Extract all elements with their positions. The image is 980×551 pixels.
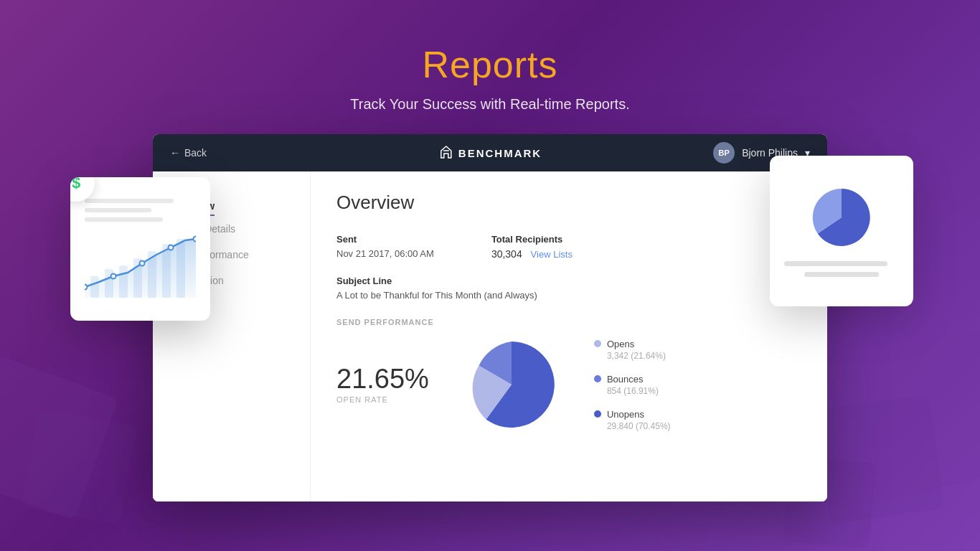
- subject-value: A Lot to be Thankful for This Month (and…: [336, 290, 801, 301]
- svg-rect-6: [90, 276, 99, 298]
- open-rate-block: 21.65% OPEN RATE: [336, 365, 429, 404]
- app-window: ← Back BENCHMARK BP Bjorn Philips ▾: [153, 134, 827, 501]
- benchmark-logo: BENCHMARK: [438, 145, 542, 161]
- back-label: Back: [184, 147, 207, 159]
- total-recipients-value: 30,304 View Lists: [491, 248, 573, 260]
- opens-label: Opens: [607, 339, 634, 349]
- page-title: Reports: [0, 43, 980, 86]
- chart-legend: Opens 3,342 (21.64%) Bounces 854 (16.91%…: [594, 339, 671, 431]
- app-nav-bar: ← Back BENCHMARK BP Bjorn Philips ▾: [153, 134, 827, 171]
- unopens-label: Unopens: [607, 409, 644, 420]
- dollar-badge-icon: $: [70, 177, 95, 202]
- legend-item-opens: Opens 3,342 (21.64%): [594, 339, 671, 361]
- left-floating-card: $: [70, 177, 210, 321]
- bounces-dot: [594, 375, 601, 382]
- performance-content: 21.65% OPEN RATE: [336, 338, 801, 431]
- legend-item-unopens: Unopens 29,840 (70.45%): [594, 409, 671, 431]
- bounces-value: 854 (16.91%): [594, 386, 671, 396]
- user-avatar: BP: [713, 142, 735, 164]
- right-card-line-1: [784, 261, 887, 266]
- overview-title: Overview: [336, 192, 801, 214]
- right-card-lines: [784, 261, 899, 277]
- left-card-line-2: [85, 208, 151, 212]
- left-card-line-1: [85, 199, 174, 203]
- screenshot-wrapper: $: [153, 134, 827, 501]
- app-main-content: Overview Sent Nov 21 2017, 06:00 AM Tota…: [311, 171, 827, 501]
- send-performance-section: SEND PERFORMANCE 21.65% OPEN RATE: [336, 318, 801, 431]
- subject-label: Subject Line: [336, 276, 801, 286]
- logo-text: BENCHMARK: [458, 147, 542, 159]
- svg-rect-9: [133, 258, 142, 298]
- page-header: Reports Track Your Success with Real-tim…: [0, 0, 980, 113]
- svg-point-1: [85, 285, 88, 290]
- open-rate-number: 21.65%: [336, 365, 429, 392]
- send-performance-chart: [465, 338, 558, 431]
- right-floating-card: [770, 156, 913, 306]
- right-card-pie-chart: [809, 185, 874, 250]
- subject-section: Subject Line A Lot to be Thankful for Th…: [336, 276, 801, 301]
- sent-label: Sent: [336, 234, 434, 245]
- open-rate-label: OPEN RATE: [336, 395, 429, 404]
- left-card-lines: [85, 199, 196, 222]
- svg-rect-11: [162, 244, 171, 298]
- view-lists-link[interactable]: View Lists: [531, 249, 573, 260]
- bounces-label: Bounces: [607, 374, 644, 385]
- svg-rect-10: [148, 251, 156, 298]
- svg-rect-8: [119, 265, 128, 298]
- send-performance-label: SEND PERFORMANCE: [336, 318, 801, 326]
- back-arrow-icon: ←: [170, 147, 180, 159]
- sent-date: Nov 21 2017, 06:00 AM: [336, 248, 434, 259]
- app-nav-logo: BENCHMARK: [438, 145, 542, 161]
- legend-item-bounces: Bounces 854 (16.91%): [594, 374, 671, 396]
- page-subtitle: Track Your Success with Real-time Report…: [0, 96, 980, 113]
- total-recipients-block: Total Recipients 30,304 View Lists: [491, 234, 573, 260]
- sent-block: Sent Nov 21 2017, 06:00 AM: [336, 234, 434, 260]
- opens-dot: [594, 340, 601, 347]
- svg-rect-12: [176, 239, 185, 298]
- opens-value: 3,342 (21.64%): [594, 351, 671, 361]
- total-recipients-label: Total Recipients: [491, 234, 573, 245]
- unopens-value: 29,840 (70.45%): [594, 421, 671, 431]
- unopens-dot: [594, 410, 601, 418]
- benchmark-logo-icon: [438, 145, 454, 161]
- svg-rect-7: [105, 269, 113, 298]
- info-row-sent: Sent Nov 21 2017, 06:00 AM Total Recipie…: [336, 234, 801, 260]
- app-content: Overview Activity Details Link Performan…: [153, 171, 827, 501]
- left-card-chart: [85, 233, 196, 298]
- right-card-line-2: [804, 272, 879, 277]
- svg-point-5: [194, 237, 197, 242]
- back-button[interactable]: ← Back: [170, 147, 207, 159]
- bg-decoration-2: [21, 408, 137, 524]
- left-card-line-3: [85, 217, 163, 222]
